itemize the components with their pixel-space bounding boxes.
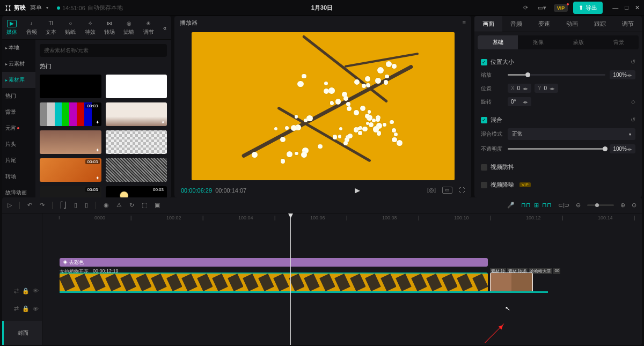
props-tab-调节[interactable]: 调节 (614, 16, 642, 32)
cover-button[interactable]: 封面 (2, 321, 42, 345)
favorite-icon[interactable]: ✦ (96, 148, 100, 153)
opacity-value-input[interactable]: 100%◂▸ (610, 144, 635, 153)
scale-value-input[interactable]: 100%◂▸ (610, 70, 635, 79)
sidebar-item-片尾[interactable]: 片尾 (2, 152, 35, 168)
zoom-fit-icon[interactable]: ⊙ (632, 202, 636, 209)
rotate-icon[interactable]: ↻ (129, 202, 134, 209)
favorite-icon[interactable]: ✦ (96, 175, 100, 181)
freeze-icon[interactable]: ◉ (104, 202, 109, 209)
sidebar-item-云素材[interactable]: 云素材 (2, 56, 35, 72)
props-tab-变速[interactable]: 变速 (530, 16, 558, 32)
media-thumbnail[interactable]: 00:03✦ (40, 158, 101, 182)
rotate-keyframe-icon[interactable]: ◇ (631, 99, 635, 105)
favorite-icon[interactable]: ✦ (161, 120, 165, 125)
tool-tab-文本[interactable]: TI文本 (41, 16, 61, 39)
timeline-ruler[interactable]: I0000|100:02|100:04|100:06|100:08|100:10… (42, 214, 642, 223)
redo-icon[interactable]: ↷ (40, 202, 45, 209)
scale-slider[interactable] (508, 74, 605, 76)
fullscreen-icon[interactable]: ⛶ (459, 187, 465, 194)
denoise-checkbox[interactable]: ✓ (481, 182, 487, 188)
delete-left-icon[interactable]: ▯ (74, 202, 77, 209)
menu-chevron[interactable]: ▾ (46, 5, 48, 10)
delete-right-icon[interactable]: ▯ (85, 202, 88, 209)
magnet3-icon[interactable]: ⊓⊓ (542, 202, 552, 209)
undo-icon[interactable]: ↶ (27, 202, 32, 209)
sidebar-item-元宵[interactable]: 元宵 (2, 120, 35, 136)
props-tab-音频[interactable]: 音频 (502, 16, 530, 32)
props-tab-动画[interactable]: 动画 (558, 16, 586, 32)
blend-reset-icon[interactable]: ↺ (631, 116, 635, 123)
project-title[interactable]: 1月30日 (123, 4, 521, 12)
video-clip-main[interactable] (60, 273, 488, 293)
video-clip-2[interactable] (490, 273, 533, 293)
sidebar-item-片头[interactable]: 片头 (2, 136, 35, 152)
zoom-in-icon[interactable]: ⊕ (620, 202, 625, 209)
tool-tab-媒体[interactable]: ▶媒体 (2, 16, 21, 39)
zoom-slider[interactable] (587, 204, 614, 206)
preview-menu-icon[interactable]: ≡ (463, 19, 466, 26)
props-subtab-背景[interactable]: 背景 (598, 35, 639, 49)
media-thumbnail[interactable] (106, 130, 167, 154)
tool-tab-转场[interactable]: ⋈转场 (100, 16, 119, 39)
history-icon[interactable]: ⟳ (521, 3, 530, 12)
aspect-ratio-button[interactable]: ▭ (442, 187, 452, 194)
media-thumbnail[interactable]: 00:03 (106, 186, 167, 197)
preview-body[interactable] (174, 29, 471, 183)
stabilize-checkbox[interactable]: ✓ (481, 164, 487, 171)
sidebar-item-本地[interactable]: 本地 (2, 40, 35, 56)
minimize-button[interactable]: — (612, 4, 618, 11)
mic-icon[interactable]: 🎤 (507, 202, 515, 209)
select-tool-icon[interactable]: ▷ (8, 202, 12, 209)
blend-mode-select[interactable]: 正常▾ (508, 128, 635, 140)
export-button[interactable]: ⬆ 导出 (573, 2, 603, 14)
play-button[interactable]: ▶ (355, 186, 360, 194)
media-thumbnail[interactable] (106, 75, 167, 98)
media-thumbnail[interactable]: 00:03 (40, 186, 101, 197)
playhead[interactable] (290, 214, 291, 345)
pos-size-checkbox[interactable]: ✓ (481, 59, 487, 65)
props-subtab-抠像[interactable]: 抠像 (518, 35, 558, 49)
split-icon[interactable]: ⎡⎦ (60, 202, 67, 209)
sidebar-item-转场[interactable]: 转场 (2, 168, 35, 185)
sidebar-item-故障动画[interactable]: 故障动画 (2, 185, 35, 197)
sidebar-item-热门[interactable]: 热门 (2, 88, 35, 104)
collapse-icon[interactable]: « (158, 16, 171, 39)
video-track[interactable]: 实拍植物开花 00:00:12:19 素材 转素材 转场哈哈哈大笑00 (42, 268, 642, 292)
tool-tab-贴纸[interactable]: ○贴纸 (61, 16, 80, 39)
props-tab-画面[interactable]: 画面 (474, 16, 502, 32)
position-y-input[interactable]: Y0◂▸ (535, 84, 558, 93)
layout-icon[interactable]: ▭▾ (536, 3, 548, 12)
media-thumbnail[interactable]: ✦ (106, 102, 167, 126)
blend-checkbox[interactable]: ✓ (481, 117, 487, 123)
adjust-track[interactable]: ◈ 去彩色 (42, 256, 642, 268)
crop-icon[interactable]: ⬚ (142, 202, 147, 209)
tool-tab-特效[interactable]: ✧特效 (80, 16, 100, 39)
props-subtab-基础[interactable]: 基础 (478, 35, 518, 49)
smart-icon[interactable]: ▣ (155, 202, 160, 209)
search-input[interactable]: 搜索素材名称/元素 (40, 44, 167, 57)
pos-size-reset-icon[interactable]: ↺ (631, 58, 635, 65)
tool-tab-音频[interactable]: ♪音频 (21, 16, 41, 39)
compare-icon[interactable]: [◎] (427, 187, 436, 194)
vip-badge[interactable]: VIP (554, 4, 568, 12)
timeline-tracks[interactable]: I0000|100:02|100:04|100:06|100:08|100:10… (42, 214, 642, 345)
maximize-button[interactable]: □ (625, 4, 628, 11)
adjust-clip[interactable]: ◈ 去彩色 (60, 258, 488, 267)
close-button[interactable]: ✕ (635, 4, 640, 11)
media-thumbnail[interactable] (106, 158, 167, 182)
tool-tab-滤镜[interactable]: ◎滤镜 (119, 16, 138, 39)
zoom-out-icon[interactable]: ⊖ (576, 202, 581, 209)
favorite-icon[interactable]: ✦ (96, 120, 100, 125)
magnet1-icon[interactable]: ⊓⊓ (521, 202, 531, 209)
media-thumbnail[interactable]: ✦ (40, 130, 101, 154)
rotate-value-input[interactable]: 0°◂▸ (508, 97, 531, 106)
track-head-adjust[interactable]: ⇄🔒👁 (2, 285, 42, 297)
media-thumbnail[interactable]: 00:03✦ (40, 102, 101, 126)
media-thumbnail[interactable] (40, 75, 101, 98)
preview-link-icon[interactable]: ⊂|⊃ (558, 202, 569, 209)
main-menu[interactable]: 菜单 (30, 4, 42, 12)
tool-tab-调节[interactable]: ☀调节 (139, 16, 158, 39)
sidebar-item-背景[interactable]: 背景 (2, 104, 35, 120)
opacity-slider[interactable] (508, 148, 605, 150)
sidebar-item-素材库[interactable]: 素材库 (2, 72, 35, 88)
